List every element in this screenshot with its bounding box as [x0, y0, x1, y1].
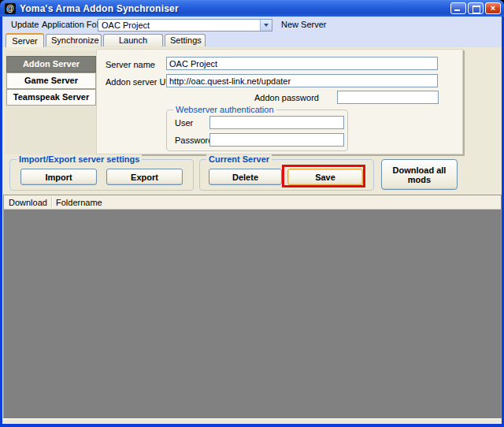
tab-synchronize[interactable]: Synchronize	[46, 34, 102, 46]
addon-server-url-input[interactable]	[166, 74, 438, 87]
webserver-auth-title: Webserver authentication	[173, 105, 276, 114]
tabstrip: Server Synchronize Launch Game Settings	[2, 33, 502, 47]
mod-list-body[interactable]	[4, 210, 501, 418]
webserver-auth-group: Webserver authentication User Password	[166, 110, 348, 151]
server-type-addon-server[interactable]: Addon Server	[6, 56, 96, 72]
password-input[interactable]	[209, 133, 344, 147]
import-export-group: Import/Export server settings Import Exp…	[9, 159, 194, 191]
combobox-dropdown-button[interactable]	[260, 20, 272, 31]
server-type-game-server[interactable]: Game Server	[6, 72, 96, 89]
tab-settings[interactable]: Settings	[165, 34, 206, 46]
column-header-foldername[interactable]: Foldername	[56, 197, 102, 208]
current-server-group: Current Server Delete Save	[199, 159, 374, 191]
app-window: @ Yoma's Arma Addon Synchroniser × Updat…	[0, 0, 504, 427]
server-name-label: Server name	[106, 60, 155, 69]
server-name-input[interactable]	[166, 57, 438, 70]
current-server-title: Current Server	[206, 154, 272, 164]
import-button[interactable]: Import	[20, 169, 97, 185]
close-button[interactable]: ×	[485, 2, 501, 14]
save-button[interactable]: Save	[287, 169, 363, 185]
chevron-down-icon	[264, 24, 269, 27]
delete-button[interactable]: Delete	[209, 169, 282, 185]
addon-password-label: Addon password	[254, 93, 319, 102]
addon-password-input[interactable]	[337, 91, 439, 104]
window-bottom-strip	[2, 418, 502, 424]
tab-server[interactable]: Server	[6, 33, 44, 47]
window-title: Yoma's Arma Addon Synchroniser	[20, 3, 179, 14]
mod-list[interactable]: Download Foldername	[3, 195, 502, 418]
column-separator[interactable]	[51, 197, 52, 207]
tab-launch-game[interactable]: Launch Game	[103, 34, 163, 46]
maximize-button[interactable]	[468, 2, 484, 14]
mod-list-header: Download Foldername	[4, 195, 501, 210]
menu-update[interactable]: Update	[8, 17, 42, 33]
addon-server-form: Server name Addon server URL Addon passw…	[96, 49, 463, 154]
column-header-download[interactable]: Download	[9, 197, 47, 208]
app-icon: @	[5, 3, 16, 14]
server-profile-value: OAC Project	[102, 20, 150, 31]
menubar: Update Application Folder OAC Project Ne…	[2, 17, 502, 33]
download-all-mods-button[interactable]: Download all mods	[381, 159, 458, 190]
user-input[interactable]	[209, 116, 344, 129]
minimize-button[interactable]	[450, 2, 466, 14]
titlebar[interactable]: @ Yoma's Arma Addon Synchroniser ×	[0, 0, 504, 17]
import-export-title: Import/Export server settings	[17, 154, 142, 164]
export-button[interactable]: Export	[106, 169, 183, 185]
user-label: User	[175, 118, 193, 128]
password-label: Password	[175, 136, 213, 145]
menu-new-server[interactable]: New Server	[278, 17, 329, 33]
server-type-teamspeak-server[interactable]: Teamspeak Server	[6, 89, 96, 106]
server-profile-combobox[interactable]: OAC Project	[98, 19, 272, 32]
